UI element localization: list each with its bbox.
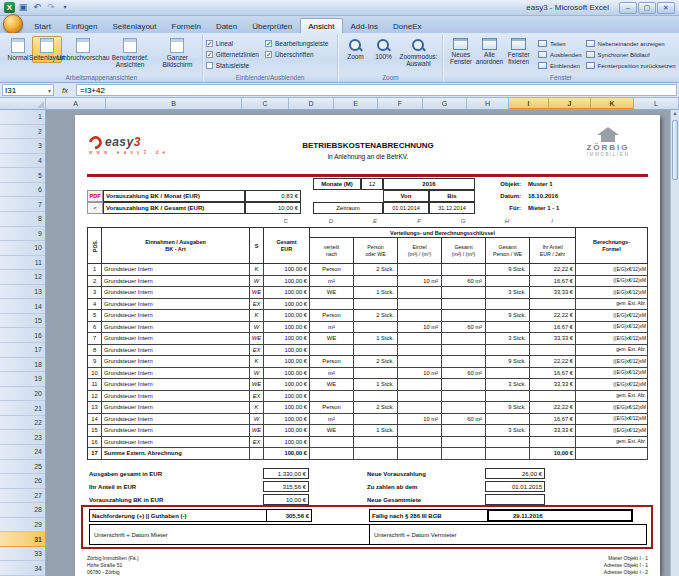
column-header[interactable]: G: [423, 98, 467, 109]
ribbon-tab[interactable]: Daten: [209, 19, 244, 33]
ribbon-tab[interactable]: Überprüfen: [245, 19, 299, 33]
row-header[interactable]: 12: [0, 270, 45, 285]
column-header[interactable]: J: [549, 98, 591, 109]
window-small-command[interactable]: Synchroner Bildlauf: [586, 50, 676, 59]
row-header[interactable]: 4: [0, 154, 45, 169]
column-header[interactable]: F: [378, 98, 423, 109]
window-command-button[interactable]: Alle anordnen: [476, 36, 504, 67]
insert-function-button[interactable]: fx: [57, 86, 73, 95]
ribbon-tab[interactable]: Einfügen: [59, 19, 105, 33]
window-small-command[interactable]: Einblenden: [538, 61, 582, 70]
save-icon[interactable]: ▣: [17, 2, 29, 14]
row-header[interactable]: 22: [0, 416, 45, 431]
column-header[interactable]: I: [509, 98, 549, 109]
row-header[interactable]: 16: [0, 328, 45, 343]
column-header[interactable]: A: [46, 98, 106, 109]
row-header[interactable]: 10: [0, 241, 45, 256]
row-header[interactable]: 29: [0, 518, 45, 533]
row-header[interactable]: 15: [0, 314, 45, 329]
view-mode-button[interactable]: Normal: [4, 36, 32, 63]
row-header[interactable]: 23: [0, 430, 45, 445]
column-header[interactable]: E: [334, 98, 378, 109]
name-box-dropdown-icon[interactable]: ▾: [48, 87, 51, 94]
row-header[interactable]: 3: [0, 139, 45, 154]
row-header[interactable]: 25: [0, 460, 45, 475]
name-box[interactable]: I31 ▾: [2, 84, 54, 96]
row-header[interactable]: 7: [0, 197, 45, 212]
checkbox-label: Überschriften: [275, 51, 314, 58]
row-header[interactable]: 2: [0, 125, 45, 140]
window-icon: [453, 38, 468, 50]
column-header[interactable]: D: [289, 98, 334, 109]
window-small-command[interactable]: Ausblenden: [538, 50, 582, 59]
scrollbar-thumb[interactable]: [672, 120, 678, 180]
window-small-command[interactable]: Fensterposition zurücksetzen: [586, 61, 676, 70]
show-hide-checkbox[interactable]: Lineal: [206, 39, 259, 48]
window-command-button[interactable]: Fenster fixieren: [504, 36, 534, 67]
row-header[interactable]: 33: [0, 547, 45, 562]
show-hide-checkbox[interactable]: Überschriften: [265, 50, 328, 59]
show-hide-checkbox[interactable]: Statusleiste: [206, 61, 259, 70]
ribbon-tab[interactable]: Seitenlayout: [106, 19, 164, 33]
undo-icon[interactable]: ↶: [31, 2, 43, 14]
window-command-button[interactable]: Neues Fenster: [446, 36, 475, 67]
formula-input[interactable]: =I3+42: [76, 84, 677, 96]
view-mode-button[interactable]: Benutzerdef. Ansichten: [104, 36, 156, 70]
row-header[interactable]: 11: [0, 256, 45, 271]
show-hide-checkbox[interactable]: Bearbeitungsleiste: [265, 39, 328, 48]
row-header[interactable]: 9: [0, 227, 45, 242]
view-mode-button[interactable]: Ganzer Bildschirm: [156, 36, 198, 70]
window-control-button[interactable]: ✕: [657, 2, 675, 14]
row-header[interactable]: 14: [0, 299, 45, 314]
office-button[interactable]: [3, 14, 23, 34]
zoom-button[interactable]: Zoommodus: Auswahl: [397, 36, 439, 69]
vertical-scrollbar[interactable]: ▲: [670, 110, 679, 576]
row-header[interactable]: 24: [0, 445, 45, 460]
row-header[interactable]: 6: [0, 183, 45, 198]
row-header[interactable]: 26: [0, 474, 45, 489]
column-header[interactable]: K: [591, 98, 634, 109]
column-header[interactable]: B: [106, 98, 242, 109]
row-header[interactable]: 28: [0, 503, 45, 518]
row-header[interactable]: 27: [0, 489, 45, 504]
formula-bar: I31 ▾ fx =I3+42: [0, 83, 679, 98]
ribbon-tab[interactable]: Add-Ins: [344, 19, 386, 33]
qat-menu-icon[interactable]: ▾: [59, 2, 71, 14]
zoom-button[interactable]: Zoom: [341, 36, 369, 62]
row-header[interactable]: 1: [0, 110, 45, 125]
select-all-corner[interactable]: [0, 98, 46, 109]
row-header[interactable]: 21: [0, 401, 45, 416]
column-header[interactable]: L: [634, 98, 679, 109]
cell-einzel: 10 m²: [398, 276, 442, 288]
row-header[interactable]: 17: [0, 343, 45, 358]
scroll-up-icon[interactable]: ▲: [671, 110, 679, 116]
window-control-button[interactable]: ▢: [638, 2, 656, 14]
window-small-command[interactable]: Nebeneinander anzeigen: [586, 39, 676, 48]
row-header[interactable]: 20: [0, 387, 45, 402]
row-header[interactable]: 18: [0, 358, 45, 373]
view-mode-button[interactable]: Umbruchvorschau: [62, 36, 104, 63]
ribbon-tab[interactable]: Ansicht: [300, 18, 342, 33]
row-header[interactable]: 34: [0, 561, 45, 576]
zoom-button[interactable]: 100%: [369, 36, 397, 62]
back-button[interactable]: <: [87, 202, 103, 214]
redo-icon[interactable]: ↷: [45, 2, 57, 14]
due-value-selected-cell[interactable]: 29.11.2016: [487, 509, 633, 522]
pdf-button[interactable]: PDF: [87, 190, 103, 202]
row-header[interactable]: 8: [0, 212, 45, 227]
ribbon-tab[interactable]: Formeln: [165, 19, 208, 33]
row-header[interactable]: 13: [0, 285, 45, 300]
row-header[interactable]: 19: [0, 372, 45, 387]
row-header[interactable]: 5: [0, 168, 45, 183]
show-hide-checkbox[interactable]: Gitternetzlinien: [206, 50, 259, 59]
window-control-button[interactable]: –: [619, 2, 637, 14]
ribbon-tab[interactable]: DoneEx: [386, 19, 428, 33]
column-header[interactable]: C: [242, 98, 289, 109]
row-header[interactable]: 31: [0, 532, 45, 547]
cell-anteil: 33,33 €: [530, 379, 576, 391]
title-bar: X ▣ ↶ ↷ ▾ easy3 - Microsoft Excel – ▢ ✕: [0, 0, 679, 16]
column-header[interactable]: H: [467, 98, 509, 109]
window-small-command[interactable]: Teilen: [538, 39, 582, 48]
ribbon-tab[interactable]: Start: [27, 19, 58, 33]
magnifier-icon: [376, 38, 390, 52]
